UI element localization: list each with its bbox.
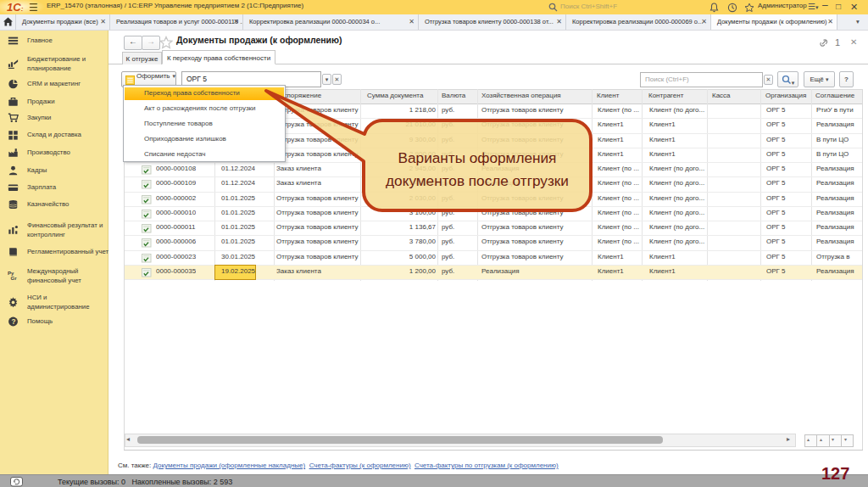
svg-text:документов после отгрузки: документов после отгрузки — [386, 172, 569, 189]
svg-text:Варианты оформления: Варианты оформления — [398, 149, 557, 166]
